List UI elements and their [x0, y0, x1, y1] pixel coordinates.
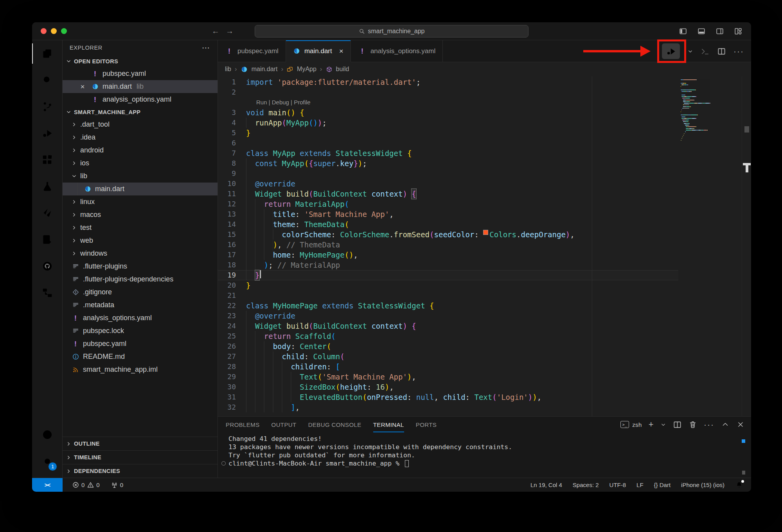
terminal-scrollbar-thumb[interactable] [742, 471, 745, 475]
tree-file-pubspec.yaml[interactable]: !pubspec.yaml [63, 337, 218, 350]
sidebar-more-actions-icon[interactable]: ⋯ [202, 43, 210, 52]
code-line-12[interactable]: 12 return MaterialApp( [218, 199, 678, 209]
tab-analysis_options.yaml[interactable]: !analysis_options.yaml [351, 40, 443, 62]
code-line-15[interactable]: 15 colorScheme: ColorScheme.fromSeed(see… [218, 229, 678, 240]
tree-folder-android[interactable]: android [63, 144, 218, 157]
kill-terminal-icon[interactable] [689, 420, 697, 429]
open-editor-item[interactable]: !pubspec.yaml [63, 67, 218, 80]
code-line-20[interactable]: 20} [218, 280, 678, 290]
panel-more-actions-icon[interactable]: ··· [704, 420, 714, 429]
activity-project-gear-icon[interactable] [32, 226, 62, 253]
breadcrumb[interactable]: lib›main.dart›MyApp›build [218, 62, 751, 76]
code-line-10[interactable]: 10 @override [218, 179, 678, 189]
command-center-search[interactable]: smart_machine_app [255, 25, 529, 38]
code-line-17[interactable]: 17 home: MyHomePage(), [218, 250, 678, 260]
tree-folder-test[interactable]: test [63, 221, 218, 234]
code-line-7[interactable]: 7class MyApp extends StatelessWidget { [218, 148, 678, 158]
new-terminal-icon[interactable]: + [649, 419, 654, 430]
status-error-count[interactable]: 0 [72, 481, 84, 489]
remote-indicator[interactable]: >< [32, 478, 63, 492]
panel-tab-ports[interactable]: PORTS [416, 421, 437, 428]
run-in-terminal-icon[interactable] [701, 47, 710, 56]
status-item[interactable]: {} Dart [654, 482, 671, 488]
tree-file-analysis_options.yaml[interactable]: !analysis_options.yaml [63, 312, 218, 324]
tree-file-main.dart[interactable]: main.dart [63, 183, 218, 195]
terminal-output[interactable]: Changed 41 dependencies!13 packages have… [218, 432, 751, 478]
breadcrumb-item[interactable]: main.dart [252, 66, 278, 73]
code-line-21[interactable]: 21 [218, 290, 678, 301]
activity-settings-icon[interactable]: 1 [32, 448, 62, 475]
status-item[interactable]: LF [636, 482, 644, 488]
activity-flutter-icon[interactable] [32, 200, 62, 226]
terminal-profile-chevron-icon[interactable] [660, 422, 666, 428]
activity-extensions-icon[interactable] [32, 147, 62, 173]
tab-pubspec.yaml[interactable]: !pubspec.yaml [218, 40, 286, 62]
status-tower-count[interactable]: 0 [111, 481, 123, 489]
tree-file-.gitignore[interactable]: .gitignore [63, 286, 218, 299]
code-line-18[interactable]: 18 ); // MaterialApp [218, 260, 678, 270]
code-line-5[interactable]: 5} [218, 128, 678, 138]
section-dependencies[interactable]: DEPENDENCIES [63, 464, 218, 478]
tree-file-pubspec.lock[interactable]: pubspec.lock [63, 324, 218, 337]
terminal-shell-item[interactable]: >_zsh [620, 421, 642, 428]
tree-folder-web[interactable]: web [63, 234, 218, 247]
activity-references-icon[interactable] [32, 279, 62, 306]
layout-sidebar-right-icon[interactable] [715, 27, 724, 36]
code-line-23[interactable]: 23 @override [218, 311, 678, 321]
activity-source-control-icon[interactable] [32, 93, 62, 120]
editor-more-actions-icon[interactable]: ··· [733, 47, 744, 56]
traffic-lights[interactable] [32, 28, 67, 34]
run-options-chevron-icon[interactable] [687, 48, 693, 54]
code-line-32[interactable]: 32 ], [218, 402, 678, 412]
status-item[interactable]: Spaces: 2 [573, 482, 599, 488]
code-line-3[interactable]: 3void main() { [218, 107, 678, 118]
minimize-window-button[interactable] [51, 28, 57, 34]
tree-folder-.dart_tool[interactable]: .dart_tool [63, 118, 218, 131]
section-outline[interactable]: OUTLINE [63, 437, 218, 450]
breadcrumb-item[interactable]: lib [225, 66, 231, 73]
layout-sidebar-left-icon[interactable] [679, 27, 687, 36]
code-line-29[interactable]: 29 Text('Smart Machine App'), [218, 372, 678, 382]
layout-panel-icon[interactable] [697, 27, 706, 36]
open-editor-item[interactable]: !analysis_options.yaml [63, 93, 218, 106]
close-panel-icon[interactable] [736, 420, 745, 429]
tree-folder-macos[interactable]: macos [63, 208, 218, 221]
project-section-header[interactable]: SMART_MACHINE_APP [63, 106, 218, 118]
section-timeline[interactable]: TIMELINE [63, 450, 218, 464]
run-or-debug-button[interactable] [662, 43, 680, 59]
close-tab-icon[interactable]: × [339, 47, 343, 56]
status-item[interactable]: UTF-8 [609, 482, 626, 488]
open-editors-section-header[interactable]: OPEN EDITORS [63, 55, 218, 67]
code-editor[interactable]: 1import 'package:flutter/material.dart';… [218, 76, 678, 416]
code-line-6[interactable]: 6 [218, 138, 678, 148]
code-line-2[interactable]: 2 [218, 87, 678, 97]
code-line-22[interactable]: 22class MyHomePage extends StatelessWidg… [218, 301, 678, 311]
layout-customize-icon[interactable] [734, 27, 742, 36]
tree-folder-linux[interactable]: linux [63, 195, 218, 208]
close-window-button[interactable] [41, 28, 47, 34]
tree-file-.metadata[interactable]: .metadata [63, 299, 218, 312]
codelens-run-debug-profile[interactable]: Run | Debug | Profile [218, 97, 678, 107]
open-editor-item[interactable]: ×main.dartlib [63, 80, 218, 93]
zoom-window-button[interactable] [61, 28, 67, 34]
minimap[interactable] [678, 76, 742, 416]
code-line-1[interactable]: 1import 'package:flutter/material.dart'; [218, 77, 678, 87]
status-warning-count[interactable]: 0 [87, 481, 99, 489]
code-line-27[interactable]: 27 child: Column( [218, 351, 678, 362]
code-line-4[interactable]: 4 runApp(MyApp()); [218, 118, 678, 128]
code-line-30[interactable]: 30 SizedBox(height: 16), [218, 382, 678, 392]
panel-tab-output[interactable]: OUTPUT [271, 421, 297, 428]
activity-github-icon[interactable] [32, 253, 62, 279]
tree-file-README.md[interactable]: README.md [63, 350, 218, 363]
code-line-24[interactable]: 24 Widget build(BuildContext context) { [218, 321, 678, 331]
activity-run-debug-icon[interactable] [32, 120, 62, 147]
code-line-13[interactable]: 13 title: 'Smart Machine App', [218, 209, 678, 219]
tree-folder-windows[interactable]: windows [63, 247, 218, 260]
split-terminal-icon[interactable] [673, 420, 682, 429]
code-line-11[interactable]: 11 Widget build(BuildContext context) { [218, 189, 678, 199]
activity-search-icon[interactable] [32, 67, 62, 93]
history-forward-icon[interactable]: → [226, 27, 234, 36]
notifications-bell-icon[interactable] [735, 481, 743, 489]
activity-files-icon[interactable] [32, 40, 62, 67]
status-item[interactable]: iPhone (15) (ios) [681, 482, 724, 488]
